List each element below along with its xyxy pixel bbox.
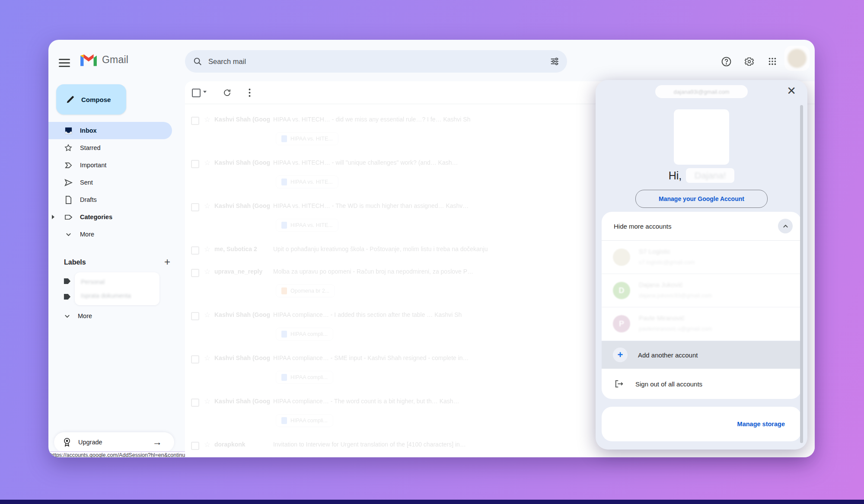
sign-out-all-button[interactable]: Sign out of all accounts [602, 369, 801, 399]
row-checkbox[interactable] [191, 442, 199, 450]
star-icon[interactable]: ☆ [204, 245, 210, 254]
popup-scrollbar[interactable] [800, 105, 803, 443]
help-icon[interactable] [720, 55, 732, 67]
attachment-name: HIPAA vs. HITE... [290, 222, 333, 228]
tune-icon[interactable] [550, 57, 559, 66]
pencil-icon [66, 95, 75, 104]
more-vert-icon[interactable] [244, 87, 255, 98]
google-account-menu: dajana93i@gmail.com ✕ Hi, Dajana! Manage… [596, 80, 807, 450]
account-email-pill: dajana93i@gmail.com [655, 85, 748, 98]
email-sender: uprava_ne_reply [214, 268, 271, 275]
account-avatar [613, 249, 630, 266]
add-another-account-button[interactable]: + Add another account [602, 341, 801, 369]
attachment-name: HIPAA compli... [290, 374, 328, 380]
labels-header: Labels + [48, 254, 178, 271]
sidebar-more-labels[interactable]: More [48, 307, 172, 325]
row-checkbox[interactable] [191, 355, 199, 364]
chevron-down-icon [64, 313, 70, 319]
hide-more-accounts-button[interactable]: Hide more accounts [602, 212, 801, 240]
row-checkbox[interactable] [191, 312, 199, 320]
manage-google-account-button[interactable]: Manage your Google Account [635, 190, 768, 208]
row-checkbox[interactable] [191, 203, 199, 211]
upgrade-button[interactable]: Upgrade → [54, 432, 174, 452]
account-name: S7 Logistic [639, 248, 670, 255]
document-icon [281, 135, 287, 142]
email-sender: Kashvi Shah (Google… [214, 202, 271, 209]
sidebar-label-item[interactable] [48, 273, 178, 289]
chevron-down-icon [64, 231, 73, 238]
sidebar-item-inbox[interactable]: Inbox [48, 122, 172, 139]
account-name-pill: Dajana! [686, 168, 734, 183]
document-icon [281, 374, 287, 381]
attachment-chip[interactable]: HIPAA vs. HITE... [276, 175, 338, 188]
sidebar-label-item[interactable] [48, 289, 178, 304]
attachment-chip[interactable]: HIPAA compli... [276, 414, 333, 427]
draft-file-icon [64, 196, 73, 204]
star-icon[interactable]: ☆ [204, 397, 210, 406]
row-checkbox[interactable] [191, 246, 199, 255]
sidebar-item-sent[interactable]: Sent [48, 174, 172, 191]
label-tag-icon [63, 278, 71, 285]
close-icon[interactable]: ✕ [787, 85, 796, 96]
select-caret-icon[interactable] [203, 91, 207, 93]
expand-caret-icon[interactable] [52, 215, 54, 219]
settings-gear-icon[interactable] [743, 55, 755, 67]
account-list-item[interactable]: PPavle Miranovićpavlemiranovic.v@gmail.c… [602, 307, 801, 341]
attachment-chip[interactable]: HIPAA compli... [276, 371, 333, 384]
search-bar[interactable]: Search mail [185, 50, 567, 73]
refresh-icon[interactable] [221, 87, 233, 98]
sidebar-item-categories[interactable]: Categories [48, 208, 172, 226]
sidebar-item-important[interactable]: Important [48, 156, 172, 174]
star-icon[interactable]: ☆ [204, 267, 210, 276]
star-icon[interactable]: ☆ [204, 354, 210, 363]
select-all-checkbox[interactable] [192, 89, 201, 97]
row-checkbox[interactable] [191, 117, 199, 125]
badge-seal-icon [63, 437, 71, 447]
main-menu-icon[interactable] [59, 57, 70, 66]
star-icon[interactable]: ☆ [204, 115, 210, 124]
document-icon [281, 417, 287, 424]
account-avatar-button[interactable] [784, 46, 810, 71]
attachment-name: HIPAA vs. HITE... [290, 179, 333, 185]
star-icon[interactable]: ☆ [204, 440, 210, 449]
attachment-chip[interactable]: HIPAA compli... [276, 328, 333, 341]
email-sender: Kashvi Shah (Google [214, 354, 271, 361]
attachment-name: HIPAA compli... [290, 331, 328, 337]
attachment-chip[interactable]: HIPAA vs. HITE... [276, 219, 338, 232]
search-input[interactable]: Search mail [208, 57, 550, 66]
arrow-right-icon[interactable]: → [153, 437, 162, 448]
apps-grid-icon[interactable] [766, 55, 778, 67]
greeting-row: Hi, Dajana! [596, 168, 807, 183]
email-sender: Kashvi Shah (Google, [214, 398, 271, 405]
sidebar-item-starred[interactable]: Starred [48, 139, 172, 156]
compose-label: Compose [81, 96, 111, 103]
account-email-redacted: dajana93i@gmail.com [674, 89, 730, 95]
row-checkbox[interactable] [191, 269, 199, 277]
account-list-item[interactable]: DDajana Jukovićdajana.jukovic93@gmail.co… [602, 274, 801, 307]
star-icon[interactable]: ☆ [204, 201, 210, 211]
inbox-icon [64, 127, 73, 135]
label-tag-icon [64, 213, 73, 221]
label-tag-icon [63, 293, 71, 300]
account-list-item[interactable]: S7 Logistics7.logistic@gmail.com [602, 241, 801, 274]
attachment-name: HIPAA vs. HITE... [290, 136, 333, 142]
star-icon[interactable]: ☆ [204, 310, 210, 319]
manage-storage-link[interactable]: Manage storage [737, 421, 785, 427]
email-sender: dorapkonk [214, 441, 271, 448]
more-labels-label: More [78, 313, 92, 319]
compose-button[interactable]: Compose [56, 84, 126, 115]
star-icon [64, 144, 73, 152]
attachment-chip[interactable]: Opomena br 2... [276, 284, 335, 297]
taskbar-strip [0, 500, 864, 504]
search-icon[interactable] [193, 57, 202, 66]
plus-icon: + [613, 348, 628, 362]
attachment-chip[interactable]: HIPAA vs. HITE... [276, 132, 338, 145]
row-checkbox[interactable] [191, 399, 199, 407]
row-checkbox[interactable] [191, 160, 199, 168]
account-avatar-large[interactable] [674, 109, 729, 165]
sidebar-item-drafts[interactable]: Drafts [48, 191, 172, 208]
sidebar-item-more[interactable]: More [48, 226, 172, 243]
chevron-up-icon[interactable] [778, 219, 793, 233]
star-icon[interactable]: ☆ [204, 158, 210, 167]
create-label-plus-icon[interactable]: + [164, 256, 170, 268]
